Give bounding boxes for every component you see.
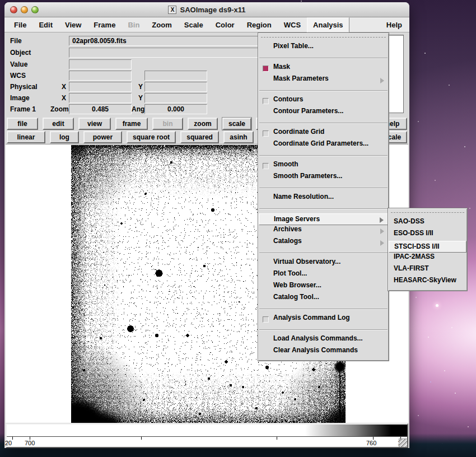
menu-frame[interactable]: Frame (87, 17, 122, 32)
scale-button[interactable]: scale (222, 118, 251, 130)
menu-help[interactable]: Help (380, 17, 408, 32)
view-button[interactable]: view (78, 118, 111, 130)
menu-item-virtual-observatory[interactable]: Virtual Observatory... (259, 258, 388, 269)
menu-separator (259, 309, 388, 310)
tearoff-handle[interactable] (261, 37, 386, 38)
image-y-label: Y (138, 94, 143, 102)
menu-item-smooth[interactable]: Smooth (259, 160, 388, 172)
colorbar[interactable]: 20 700 760 1 (6, 423, 408, 448)
menu-scale[interactable]: Scale (178, 17, 209, 32)
analysis-dropdown-menu: Pixel Table... Mask Mask Parameters Cont… (258, 32, 389, 361)
title-bar[interactable]: X SAOImage ds9-x11 (4, 2, 409, 17)
menu-item-image-servers[interactable]: Image Servers (259, 213, 388, 225)
submenu-item-stsci-dss[interactable]: STSCI-DSS I/II (389, 241, 466, 253)
wcs-x-field[interactable] (69, 71, 132, 81)
checkbox-unchecked-icon (263, 130, 269, 137)
menu-item-coordinate-grid-parameters[interactable]: Coordinate Grid Parameters... (259, 139, 388, 151)
file-label: File (10, 37, 22, 45)
zoom-field[interactable]: 0.485 (69, 104, 132, 114)
window-title-text: SAOImage ds9-x11 (180, 6, 245, 14)
submenu-item-sao-dss[interactable]: SAO-DSS (389, 217, 466, 229)
angle-field[interactable]: 0.000 (144, 104, 207, 114)
value-label: Value (10, 60, 27, 68)
colorbar-label-760: 760 (366, 440, 376, 446)
colorbar-tick (141, 437, 142, 440)
colorbar-label-700: 700 (25, 440, 35, 446)
menu-item-archives[interactable]: Archives (259, 225, 388, 237)
frame-label: Frame 1 (10, 105, 36, 113)
checkbox-unchecked-icon (263, 316, 269, 323)
menu-item-clear-analysis-commands[interactable]: Clear Analysis Commands (259, 346, 388, 358)
window-title: X SAOImage ds9-x11 (4, 2, 409, 17)
image-label: Image (10, 94, 30, 102)
x11-icon: X (168, 6, 176, 14)
cascade-arrow-icon (380, 240, 384, 246)
file-button[interactable]: file (7, 118, 38, 130)
edit-button[interactable]: edit (43, 118, 74, 130)
image-y-field[interactable] (144, 93, 207, 103)
log-button[interactable]: log (50, 131, 79, 143)
submenu-item-vla-first[interactable]: VLA-FIRST (389, 264, 466, 276)
menu-separator (259, 208, 388, 209)
menu-item-catalog-tool[interactable]: Catalog Tool... (259, 293, 388, 305)
physical-x-field[interactable] (69, 82, 132, 92)
zoom-button[interactable]: zoom (188, 118, 218, 130)
value-field[interactable] (69, 59, 132, 69)
menu-item-name-resolution[interactable]: Name Resolution... (259, 193, 388, 204)
menu-item-load-analysis-commands[interactable]: Load Analysis Commands... (259, 334, 388, 346)
colorbar-gradient[interactable] (7, 425, 407, 437)
menu-bar: File Edit View Frame Bin Zoom Scale Colo… (4, 17, 409, 32)
checkbox-checked-icon (263, 66, 269, 72)
menu-file[interactable]: File (8, 17, 32, 32)
linear-button[interactable]: linear (7, 131, 45, 143)
frame-button[interactable]: frame (115, 118, 148, 130)
menu-item-analysis-command-log[interactable]: Analysis Command Log (259, 314, 388, 325)
menu-item-mask-parameters[interactable]: Mask Parameters (259, 74, 388, 86)
wallpaper-stars (0, 0, 1, 1)
menu-item-web-browser[interactable]: Web Browser... (259, 281, 388, 293)
power-button[interactable]: power (83, 131, 122, 143)
cascade-arrow-icon (380, 217, 384, 223)
asinh-button[interactable]: asinh (223, 131, 254, 143)
desktop: { "window": { "title": "SAOImage ds9-x11… (0, 0, 476, 457)
submenu-item-ipac-2mass[interactable]: IPAC-2MASS (389, 253, 466, 264)
tearoff-handle[interactable] (391, 212, 464, 213)
checkbox-unchecked-icon (263, 98, 269, 104)
menu-separator (259, 155, 388, 156)
menu-item-plot-tool[interactable]: Plot Tool... (259, 269, 388, 281)
physical-y-label: Y (138, 83, 143, 91)
cascade-arrow-icon (380, 78, 384, 83)
physical-y-field[interactable] (144, 82, 207, 92)
wallpaper-bright-star (436, 304, 438, 307)
checkbox-unchecked-icon (263, 163, 269, 169)
menu-item-contours[interactable]: Contours (259, 95, 388, 107)
colorbar-label-low: 20 (5, 440, 12, 446)
menu-separator (259, 188, 388, 189)
menu-zoom[interactable]: Zoom (146, 17, 178, 32)
menu-analysis[interactable]: Analysis (307, 17, 349, 32)
menu-separator (259, 123, 388, 124)
submenu-item-heasarc-skyview[interactable]: HEASARC-SkyView (389, 276, 466, 288)
submenu-item-eso-dss[interactable]: ESO-DSS I/II (389, 229, 466, 241)
menu-separator (259, 253, 388, 254)
menu-item-catalogs[interactable]: Catalogs (259, 237, 388, 249)
square-root-button[interactable]: square root (127, 131, 176, 143)
menu-item-smooth-parameters[interactable]: Smooth Parameters... (259, 172, 388, 184)
wcs-y-field[interactable] (144, 71, 207, 81)
resize-grip[interactable] (399, 439, 407, 447)
object-label: Object (10, 49, 31, 57)
menu-wcs[interactable]: WCS (278, 17, 307, 32)
menu-view[interactable]: View (59, 17, 87, 32)
physical-x-label: X (62, 83, 66, 91)
image-x-label: X (62, 94, 66, 102)
menu-item-mask[interactable]: Mask (259, 63, 388, 74)
squared-button[interactable]: squared (180, 131, 219, 143)
image-x-field[interactable] (69, 93, 132, 103)
menu-item-contour-parameters[interactable]: Contour Parameters... (259, 107, 388, 119)
wcs-label: WCS (10, 72, 26, 80)
menu-edit[interactable]: Edit (32, 17, 59, 32)
menu-item-pixel-table[interactable]: Pixel Table... (259, 42, 388, 54)
menu-color[interactable]: Color (209, 17, 241, 32)
menu-region[interactable]: Region (241, 17, 278, 32)
menu-item-coordinate-grid[interactable]: Coordinate Grid (259, 128, 388, 139)
